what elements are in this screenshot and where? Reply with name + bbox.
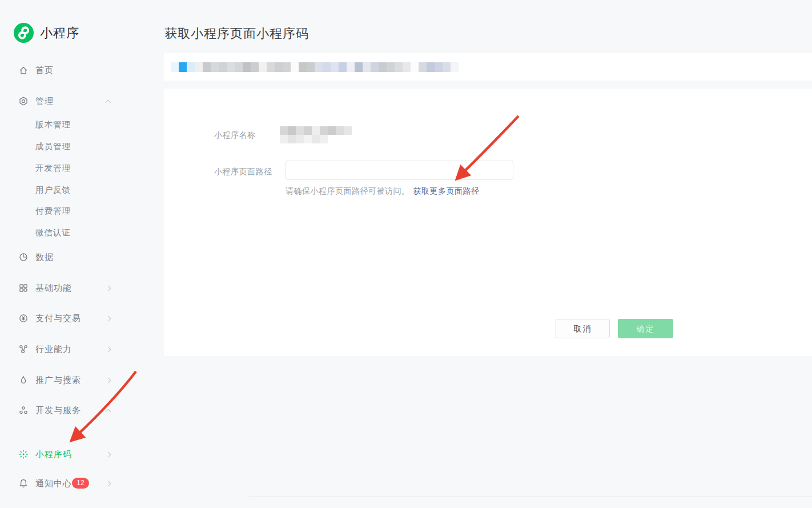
notification-badge: 12 [72,478,89,489]
sidebar-item-label: 开发管理 [35,163,71,174]
sidebar-item-version-manage[interactable]: 版本管理 [0,117,164,133]
page-path-label: 小程序页面路径 [214,167,272,177]
app-window: 小程序 首页 管理 版本管理 成员管理 开发管理 用户反馈 付费 [0,0,812,508]
chevron-right-icon [106,378,111,383]
industry-molecule-icon [18,344,29,354]
sidebar-item-dev-services[interactable]: 开发与服务 [0,402,164,418]
sidebar-item-label: 成员管理 [35,141,71,152]
page-title: 获取小程序页面小程序码 [164,25,309,42]
path-hint: 请确保小程序页面路径可被访问。获取更多页面路径 [286,186,480,197]
get-more-paths-link[interactable]: 获取更多页面路径 [413,186,480,195]
censored-mini-program-name [280,126,352,143]
sidebar-item-payment-manage[interactable]: 付费管理 [0,203,164,219]
sidebar-item-label: 行业能力 [35,344,72,355]
chevron-right-icon [106,347,111,353]
sidebar-item-label: 通知中心 [35,478,72,489]
form-card: 小程序名称 小程序页面路径 请确保小程序页面路径可被访问。获取更多页面路径 取消… [164,89,812,356]
sidebar: 小程序 首页 管理 版本管理 成员管理 开发管理 用户反馈 付费 [0,0,164,508]
data-pie-icon [18,252,29,262]
sidebar-item-user-feedback[interactable]: 用户反馈 [0,182,164,198]
sidebar-item-label: 管理 [35,96,54,107]
chevron-up-icon [106,409,111,415]
chevron-up-icon [106,100,111,106]
chevron-right-icon [106,316,111,322]
sidebar-item-label: 数据 [35,252,54,263]
payment-yen-icon [18,313,29,323]
sidebar-item-label: 版本管理 [35,119,71,130]
sidebar-item-member-manage[interactable]: 成员管理 [0,138,164,154]
sidebar-item-notification-center[interactable]: 通知中心 12 [0,475,164,491]
sidebar-item-mini-program-code[interactable]: 小程序码 [0,446,164,462]
sidebar-item-label: 微信认证 [35,227,71,238]
sidebar-item-dev-manage[interactable]: 开发管理 [0,160,164,176]
sidebar-item-promotion-search[interactable]: 推广与搜索 [0,372,164,388]
bell-icon [18,478,29,489]
censored-breadcrumb [171,62,459,72]
sidebar-item-data[interactable]: 数据 [0,249,164,265]
sidebar-item-label: 首页 [35,65,54,76]
mini-program-code-icon [18,449,29,459]
app-title: 小程序 [40,25,79,42]
breadcrumb-bar [164,53,812,81]
mini-program-logo-icon [14,23,34,43]
chevron-right-icon [106,452,111,458]
sidebar-item-label: 基础功能 [35,283,72,294]
path-hint-text: 请确保小程序页面路径可被访问。 [286,186,410,195]
app-logo: 小程序 [14,23,79,43]
grid-icon [18,283,29,293]
sidebar-item-label: 用户反馈 [35,185,71,195]
dev-services-icon [18,405,29,415]
sidebar-item-label: 开发与服务 [35,405,81,416]
home-icon [18,65,29,75]
sidebar-item-payment-trade[interactable]: 支付与交易 [0,310,164,326]
bottom-divider [249,497,812,497]
sidebar-item-label: 付费管理 [35,206,71,217]
chevron-right-icon [106,481,111,487]
sidebar-item-label: 支付与交易 [35,313,81,324]
mini-program-name-label: 小程序名称 [214,130,256,141]
cancel-button[interactable]: 取消 [556,319,610,338]
flame-icon [18,375,29,385]
sidebar-item-home[interactable]: 首页 [0,62,164,78]
sidebar-item-basic-functions[interactable]: 基础功能 [0,280,164,296]
sidebar-item-manage[interactable]: 管理 [0,93,164,109]
sidebar-item-label: 小程序码 [35,449,72,460]
sidebar-item-wechat-verify[interactable]: 微信认证 [0,225,164,241]
manage-icon [18,96,29,106]
confirm-button[interactable]: 确定 [618,319,673,338]
sidebar-item-industry[interactable]: 行业能力 [0,341,164,357]
page-path-input[interactable] [286,161,513,180]
sidebar-item-label: 推广与搜索 [35,375,81,386]
chevron-right-icon [106,286,111,291]
